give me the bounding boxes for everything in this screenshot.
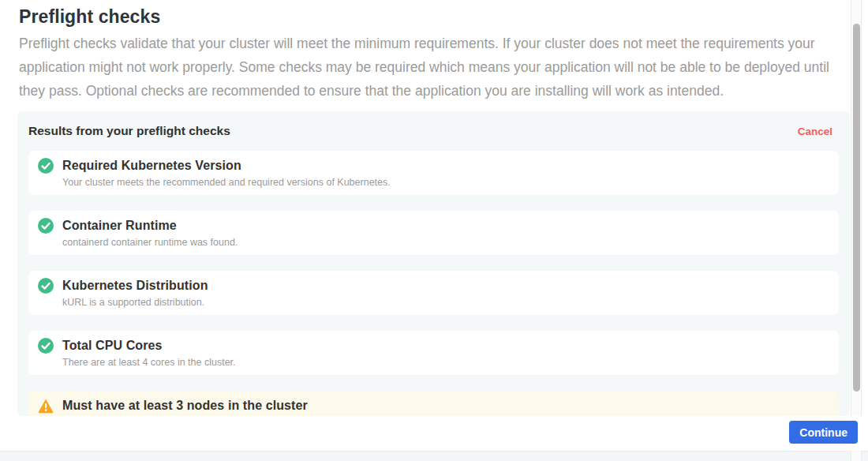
panel-header: Results from your preflight checks Cance…: [28, 124, 839, 138]
check-title: Container Runtime: [62, 219, 177, 233]
check-title-row: Kubernetes Distribution: [38, 278, 828, 294]
check-title-row: Container Runtime: [38, 218, 828, 234]
preflight-check-row: Required Kubernetes Version Your cluster…: [28, 151, 839, 195]
page-description: Preflight checks validate that your clus…: [19, 32, 841, 103]
check-circle-icon: [38, 278, 54, 294]
preflight-check-row-warning: Must have at least 3 nodes in the cluste…: [28, 391, 839, 416]
check-title: Required Kubernetes Version: [62, 159, 241, 173]
check-message: Your cluster meets the recommended and r…: [62, 177, 828, 189]
warning-triangle-icon: [38, 398, 54, 414]
footer-bar: Continue: [0, 416, 868, 451]
check-circle-icon: [38, 218, 54, 234]
check-title: Kubernetes Distribution: [62, 279, 208, 293]
check-message: containerd container runtime was found.: [62, 237, 828, 249]
check-title: Must have at least 3 nodes in the cluste…: [62, 399, 308, 413]
vertical-scrollbar-track[interactable]: [851, 0, 862, 461]
check-title-row: Total CPU Cores: [38, 338, 828, 354]
check-circle-icon: [38, 338, 54, 354]
preflight-check-row: Kubernetes Distribution kURL is a suppor…: [28, 271, 839, 315]
continue-button[interactable]: Continue: [789, 421, 858, 444]
page-title: Preflight checks: [19, 6, 160, 28]
check-message: kURL is a supported distribution.: [62, 297, 828, 309]
check-title-row: Must have at least 3 nodes in the cluste…: [38, 398, 828, 414]
check-title: Total CPU Cores: [62, 339, 163, 353]
vertical-scrollbar-thumb[interactable]: [853, 24, 860, 392]
page-bottom-strip: [0, 451, 868, 461]
preflight-results-panel: Results from your preflight checks Cance…: [17, 111, 850, 416]
preflight-checks-page: Preflight checks Preflight checks valida…: [0, 0, 868, 461]
check-title-row: Required Kubernetes Version: [38, 158, 828, 174]
panel-title: Results from your preflight checks: [28, 124, 230, 138]
check-message: There are at least 4 cores in the cluste…: [62, 357, 828, 369]
cancel-link[interactable]: Cancel: [798, 126, 832, 137]
preflight-check-row: Container Runtime containerd container r…: [28, 211, 839, 255]
preflight-check-row: Total CPU Cores There are at least 4 cor…: [28, 331, 839, 375]
check-circle-icon: [38, 158, 54, 174]
